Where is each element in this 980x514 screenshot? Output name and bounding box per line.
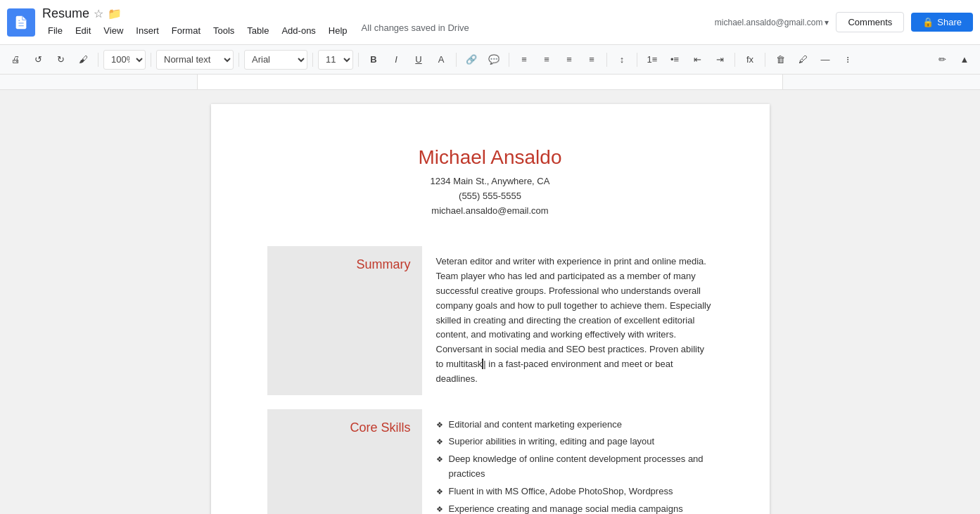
divider-9 bbox=[637, 53, 637, 67]
summary-title: Summary bbox=[356, 257, 410, 272]
bold-button[interactable]: B bbox=[364, 50, 383, 70]
style-select[interactable]: Normal text bbox=[156, 50, 234, 70]
divider-4 bbox=[312, 53, 313, 67]
menu-insert[interactable]: Insert bbox=[130, 23, 165, 39]
ruler-inner bbox=[197, 75, 783, 89]
skill-item-4: Fluent in with MS Office, Adobe PhotoSho… bbox=[436, 484, 713, 499]
print-button[interactable]: 🖨 bbox=[6, 50, 25, 70]
doc-title[interactable]: Resume bbox=[42, 6, 89, 21]
title-area: Resume ☆ 📁 File Edit View Insert Format … bbox=[42, 6, 715, 39]
menu-tools[interactable]: Tools bbox=[208, 23, 240, 39]
resume-name: Michael Ansaldo bbox=[267, 146, 713, 169]
decrease-indent-button[interactable]: ⇤ bbox=[687, 50, 707, 70]
link-button[interactable]: 🔗 bbox=[462, 50, 481, 70]
align-justify-button[interactable]: ≡ bbox=[582, 50, 602, 70]
menu-file[interactable]: File bbox=[42, 23, 68, 39]
divider-6 bbox=[456, 53, 457, 67]
bullet-list-button[interactable]: •≡ bbox=[665, 50, 685, 70]
zoom-select[interactable]: 100% bbox=[103, 50, 146, 70]
chevron-down-icon: ▾ bbox=[825, 18, 829, 27]
comment-inline-button[interactable]: 💬 bbox=[484, 50, 504, 70]
menu-addons[interactable]: Add-ons bbox=[276, 23, 321, 39]
increase-indent-button[interactable]: ⇥ bbox=[710, 50, 730, 70]
pencil-button[interactable]: ✏ bbox=[932, 50, 952, 70]
italic-button[interactable]: I bbox=[386, 50, 406, 70]
line-spacing-button[interactable]: ↕ bbox=[612, 50, 632, 70]
divider-1 bbox=[98, 53, 98, 67]
formula-button[interactable]: fx bbox=[740, 50, 760, 70]
menu-table[interactable]: Table bbox=[241, 23, 274, 39]
skill-item-5: Experience creating and manage social me… bbox=[436, 502, 713, 514]
underline-button[interactable]: U bbox=[409, 50, 428, 70]
summary-right: Veteran editor and writer with experienc… bbox=[422, 246, 713, 394]
text-color-button[interactable]: A bbox=[431, 50, 451, 70]
resume-email: michael.ansaldo@email.com bbox=[267, 204, 713, 219]
top-bar: Resume ☆ 📁 File Edit View Insert Format … bbox=[0, 0, 980, 45]
skill-item-3: Deep knowledge of online content develop… bbox=[436, 452, 713, 482]
align-right-button[interactable]: ≡ bbox=[559, 50, 579, 70]
clear-format-button[interactable]: 🗑 bbox=[770, 50, 790, 70]
ruler bbox=[0, 75, 980, 90]
left-sidebar bbox=[0, 90, 30, 514]
collapse-button[interactable]: ▲ bbox=[955, 50, 974, 70]
numbered-list-button[interactable]: 1≡ bbox=[642, 50, 662, 70]
highlight-button[interactable]: 🖊 bbox=[793, 50, 813, 70]
resume-header: Michael Ansaldo 1234 Main St., Anywhere,… bbox=[267, 146, 713, 218]
summary-left: Summary bbox=[267, 246, 422, 394]
summary-section: Summary Veteran editor and writer with e… bbox=[267, 246, 713, 394]
core-skills-right: Editorial and content marketing experien… bbox=[422, 409, 713, 514]
page: Michael Ansaldo 1234 Main St., Anywhere,… bbox=[211, 104, 770, 514]
align-left-button[interactable]: ≡ bbox=[514, 50, 534, 70]
user-email[interactable]: michael.ansaldo@gmail.com ▾ bbox=[715, 18, 829, 27]
core-skills-title: Core Skills bbox=[350, 420, 410, 435]
divider-2 bbox=[151, 53, 151, 67]
columns-button[interactable]: ⫶ bbox=[838, 50, 858, 70]
star-icon[interactable]: ☆ bbox=[94, 7, 103, 20]
hr-button[interactable]: — bbox=[815, 50, 835, 70]
resume-contact: 1234 Main St., Anywhere, CA (555) 555-55… bbox=[267, 174, 713, 218]
core-skills-section: Core Skills Editorial and content market… bbox=[267, 409, 713, 514]
menu-view[interactable]: View bbox=[98, 23, 129, 39]
font-select[interactable]: Arial bbox=[244, 50, 307, 70]
divider-5 bbox=[358, 53, 359, 67]
resume-address: 1234 Main St., Anywhere, CA bbox=[267, 174, 713, 189]
divider-8 bbox=[606, 53, 607, 67]
lock-icon: 🔒 bbox=[922, 17, 934, 27]
toolbar: 🖨 ↺ ↻ 🖌 100% Normal text Arial 11 B I U … bbox=[0, 45, 980, 75]
redo-button[interactable]: ↻ bbox=[51, 50, 70, 70]
comments-button[interactable]: Comments bbox=[836, 12, 904, 32]
share-button[interactable]: 🔒 Share bbox=[911, 13, 973, 32]
divider-11 bbox=[765, 53, 765, 67]
undo-button[interactable]: ↺ bbox=[28, 50, 48, 70]
menu-edit[interactable]: Edit bbox=[70, 23, 96, 39]
menu-format[interactable]: Format bbox=[166, 23, 206, 39]
menu-bar: File Edit View Insert Format Tools Table… bbox=[42, 23, 715, 39]
skills-list: Editorial and content marketing experien… bbox=[436, 418, 713, 514]
resume-phone: (555) 555-5555 bbox=[267, 189, 713, 204]
skill-item-2: Superior abilities in writing, editing a… bbox=[436, 435, 713, 449]
divider-10 bbox=[734, 53, 735, 67]
summary-text: Veteran editor and writer with experienc… bbox=[436, 255, 713, 386]
skill-item-1: Editorial and content marketing experien… bbox=[436, 418, 713, 432]
right-controls: michael.ansaldo@gmail.com ▾ Comments 🔒 S… bbox=[715, 12, 973, 32]
divider-7 bbox=[509, 53, 509, 67]
title-row: Resume ☆ 📁 bbox=[42, 6, 715, 21]
menu-help[interactable]: Help bbox=[323, 23, 353, 39]
size-select[interactable]: 11 bbox=[318, 50, 353, 70]
paint-format-button[interactable]: 🖌 bbox=[73, 50, 93, 70]
doc-area[interactable]: Michael Ansaldo 1234 Main St., Anywhere,… bbox=[0, 90, 980, 514]
align-center-button[interactable]: ≡ bbox=[537, 50, 556, 70]
divider-3 bbox=[238, 53, 239, 67]
folder-icon[interactable]: 📁 bbox=[108, 7, 122, 20]
google-docs-icon bbox=[7, 8, 35, 37]
status-text: All changes saved in Drive bbox=[362, 23, 469, 39]
core-skills-left: Core Skills bbox=[267, 409, 422, 514]
